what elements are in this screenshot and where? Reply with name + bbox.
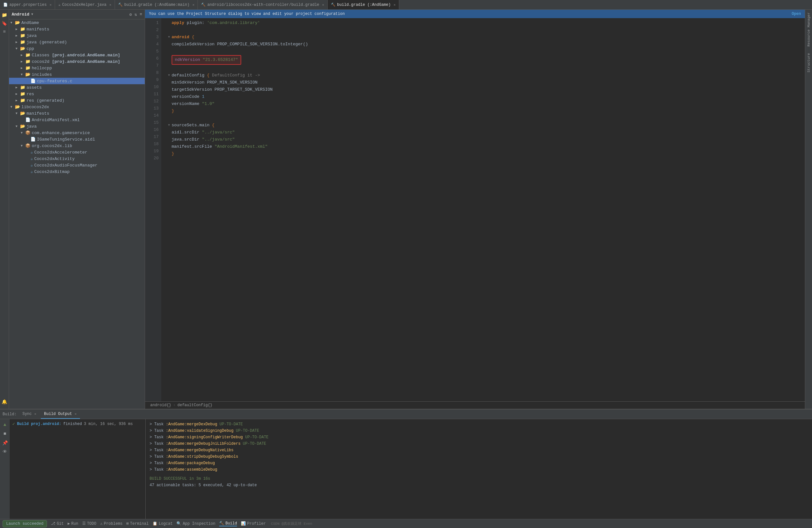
tree-item-cpp[interactable]: ▼📂cpp <box>9 45 145 52</box>
tree-item-java-gen[interactable]: ▶📁java (generated) <box>9 39 145 45</box>
tree-item-includes[interactable]: ▼📂includes <box>9 71 145 78</box>
structure-label[interactable]: Structure <box>807 53 811 72</box>
tree-item-res-gen[interactable]: ▶📁res (generated) <box>9 97 145 104</box>
code-line-1[interactable]: apply plugin: 'com.android.library' <box>166 19 805 27</box>
code-line-8[interactable]: ▼ defaultConfig { DefaultConfig it -> <box>166 72 805 79</box>
status-terminal[interactable]: ⊞ Terminal <box>126 521 149 526</box>
fold-icon-3[interactable]: ▼ <box>166 34 172 41</box>
tree-item-cpu-features[interactable]: 📄cpu-features.c <box>9 78 145 84</box>
code-line-6[interactable]: ndkVersion "21.3.6528147" <box>166 55 805 65</box>
filter-icon[interactable]: ≡ <box>140 12 142 17</box>
close-build-output-icon[interactable]: ✕ <box>74 412 76 416</box>
tree-item-org-cocos[interactable]: ▼📦org.cocos2dx.lib <box>9 143 145 149</box>
status-app-inspection[interactable]: 🔍 App Inspection <box>176 521 215 526</box>
code-line-3[interactable]: ▼android { <box>166 34 805 41</box>
close-tab-build-gradle[interactable]: ✕ <box>394 3 396 7</box>
tree-item-Accelerometer[interactable]: ☕Cocos2dxAccelerometer <box>9 149 145 156</box>
tree-arrow-assets[interactable]: ▶ <box>16 86 19 89</box>
tree-arrow-includes[interactable]: ▼ <box>21 73 25 76</box>
tree-arrow-andgame-root[interactable]: ▼ <box>10 21 14 25</box>
open-link[interactable]: Open <box>792 12 801 16</box>
status-run[interactable]: ▶ Run <box>68 521 78 526</box>
tree-item-Activity[interactable]: ☕Cocos2dxActivity <box>9 156 145 162</box>
tree-arrow-java-gen[interactable]: ▶ <box>16 40 19 44</box>
tree-arrow-res[interactable]: ▶ <box>16 92 19 96</box>
close-sync-icon[interactable]: ✕ <box>34 412 36 416</box>
tree-arrow-res-gen[interactable]: ▶ <box>16 99 19 102</box>
tree-item-hellocpp[interactable]: ▶📁hellocpp <box>9 65 145 71</box>
tree-item-libcocos2dx[interactable]: ▼📂libcocos2dx <box>9 104 145 110</box>
gear-icon[interactable]: ⚙ <box>130 12 132 17</box>
tree-item-igametuning[interactable]: 📄IGameTuningService.aidl <box>9 136 145 143</box>
breadcrumb-part2[interactable]: defaultConfig{} <box>177 403 213 408</box>
code-line-17[interactable]: java.srcDir "../java/src" <box>166 136 805 143</box>
tree-arrow-hellocpp[interactable]: ▶ <box>21 66 25 70</box>
tree-item-lib-manifests[interactable]: ▼📂manifests <box>9 110 145 117</box>
tree-arrow-org-cocos[interactable]: ▼ <box>21 144 25 148</box>
tree-arrow-cocos2d[interactable]: ▶ <box>21 60 25 63</box>
fold-icon-8[interactable]: ▼ <box>166 72 172 79</box>
status-logcat[interactable]: 📋 Logcat <box>153 521 173 526</box>
tab-apper[interactable]: 📄 apper.properties ✕ <box>0 0 55 10</box>
resource-manager-label[interactable]: Resource Manager <box>807 12 811 47</box>
status-git[interactable]: ⎇ Git <box>51 521 64 526</box>
tree-item-manifests[interactable]: ▶📁manifests <box>9 26 145 32</box>
build-pin-icon[interactable]: 📌 <box>1 439 9 446</box>
tree-arrow-cpp[interactable]: ▼ <box>16 47 19 51</box>
tab-libcocos[interactable]: 🔨 android/libcocos2dx-with-controller/bu… <box>198 0 328 10</box>
status-todo[interactable]: ☰ TODO <box>82 521 97 526</box>
status-profiler[interactable]: 📊 Profiler <box>241 521 266 526</box>
expand-icon[interactable]: ⇅ <box>134 12 137 17</box>
code-line-20[interactable] <box>166 157 805 165</box>
dropdown-arrow-icon[interactable]: ▼ <box>31 13 33 16</box>
code-line-15[interactable]: ▼ sourceSets.main { <box>166 122 805 129</box>
code-line-11[interactable]: versionCode 1 <box>166 93 805 100</box>
tree-item-AudioFocusManager[interactable]: ☕Cocos2dxAudioFocusManager <box>9 162 145 169</box>
tree-item-assets[interactable]: ▶📁assets <box>9 84 145 91</box>
build-eye-icon[interactable]: 👁 <box>1 448 9 455</box>
tab-cocos[interactable]: ☕ Cocos2dxHelper.java ✕ <box>55 0 115 10</box>
launch-succeeded-badge[interactable]: Launch succeeded <box>3 520 47 527</box>
tree-arrow-manifests[interactable]: ▶ <box>16 27 19 31</box>
tree-item-andgame-root[interactable]: ▼📂AndGame <box>9 19 145 26</box>
close-tab-build-main[interactable]: ✕ <box>192 3 194 7</box>
tab-sync[interactable]: Sync ✕ <box>19 410 40 419</box>
tree-item-lib-java[interactable]: ▼📂java <box>9 123 145 130</box>
code-line-12[interactable]: versionName "1.0" <box>166 100 805 108</box>
tree-arrow-lib-java[interactable]: ▼ <box>16 125 19 128</box>
tree-item-res[interactable]: ▶📁res <box>9 91 145 97</box>
tree-arrow-libcocos2dx[interactable]: ▼ <box>10 105 14 109</box>
tree-arrow-classes[interactable]: ▶ <box>21 53 25 57</box>
status-problems[interactable]: ⚠ Problems <box>100 521 122 526</box>
code-line-10[interactable]: targetSdkVersion PROP_TARGET_SDK_VERSION <box>166 86 805 93</box>
code-line-4[interactable]: compileSdkVersion PROP_COMPILE_SDK_VERSI… <box>166 41 805 48</box>
code-line-7[interactable] <box>166 65 805 72</box>
tree-item-com-enhance[interactable]: ▼📦com.enhance.gameservice <box>9 130 145 136</box>
close-tab-libcocos[interactable]: ✕ <box>322 3 324 7</box>
structure-icon[interactable]: ≡ <box>1 28 9 35</box>
code-line-16[interactable]: aidl.srcDir "../java/src" <box>166 129 805 136</box>
code-line-18[interactable]: manifest.srcFile "AndroidManifest.xml" <box>166 143 805 150</box>
tree-arrow-lib-manifests[interactable]: ▼ <box>16 112 19 115</box>
code-line-14[interactable] <box>166 115 805 122</box>
tree-item-cocos2d[interactable]: ▶📁cocos2d [proj.android.AndGame.main] <box>9 58 145 65</box>
code-line-19[interactable]: } <box>166 150 805 157</box>
tree-item-classes[interactable]: ▶📁Classes [proj.android.AndGame.main] <box>9 52 145 58</box>
tree-arrow-com-enhance[interactable]: ▼ <box>21 131 25 135</box>
breadcrumb-part1[interactable]: android{} <box>150 403 171 408</box>
project-icon[interactable]: 📁 <box>1 11 9 19</box>
tree-item-Bitmap[interactable]: ☕Cocos2dxBitmap <box>9 169 145 175</box>
fold-icon-15[interactable]: ▼ <box>166 122 172 129</box>
tree-arrow-java[interactable]: ▶ <box>16 34 19 38</box>
build-stop-icon[interactable]: ■ <box>1 430 9 437</box>
tab-build-output[interactable]: Build Output ✕ <box>41 410 79 419</box>
tree-item-java[interactable]: ▶📁java <box>9 32 145 39</box>
notification-icon[interactable]: 🔔 <box>1 398 9 405</box>
code-line-2[interactable] <box>166 27 805 34</box>
tab-build-gradle[interactable]: 🔨 build.gradle (:AndGame) ✕ <box>328 0 399 10</box>
bookmark-icon[interactable]: 🔖 <box>1 19 9 27</box>
close-tab-apper[interactable]: ✕ <box>49 3 52 7</box>
tree-item-androidmanifest[interactable]: 📄AndroidManifest.xml <box>9 117 145 123</box>
code-line-9[interactable]: minSdkVersion PROP_MIN_SDK_VERSION <box>166 79 805 86</box>
tab-build-main[interactable]: 🔨 build.gradle (:AndGame:main) ✕ <box>115 0 198 10</box>
